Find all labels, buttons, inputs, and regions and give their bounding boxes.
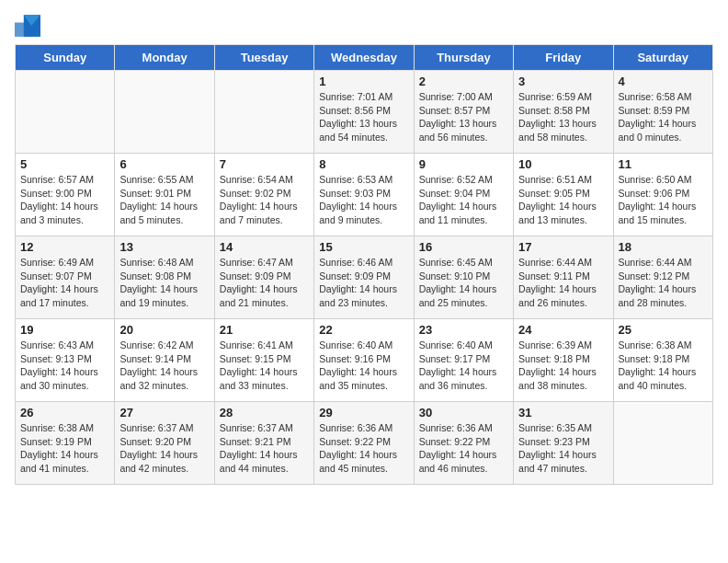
day-info: Sunrise: 6:38 AM Sunset: 9:18 PM Dayligh… [619,339,708,393]
day-number: 11 [619,157,708,171]
day-number: 22 [319,323,408,337]
calendar-cell: 13Sunrise: 6:48 AM Sunset: 9:08 PM Dayli… [115,236,214,319]
day-number: 16 [419,240,508,254]
day-number: 2 [419,75,508,88]
weekday-header-friday: Friday [514,45,613,71]
calendar-cell: 3Sunrise: 6:59 AM Sunset: 8:58 PM Daylig… [514,71,613,154]
day-info: Sunrise: 6:42 AM Sunset: 9:14 PM Dayligh… [119,339,209,393]
day-info: Sunrise: 6:39 AM Sunset: 9:18 PM Dayligh… [518,339,608,393]
day-number: 27 [119,406,209,419]
day-number: 14 [220,240,309,254]
calendar-cell: 20Sunrise: 6:42 AM Sunset: 9:14 PM Dayli… [115,319,214,402]
calendar-cell: 24Sunrise: 6:39 AM Sunset: 9:18 PM Dayli… [514,319,613,402]
day-info: Sunrise: 6:58 AM Sunset: 8:59 PM Dayligh… [619,90,708,144]
day-info: Sunrise: 6:44 AM Sunset: 9:11 PM Dayligh… [518,256,608,310]
weekday-header-tuesday: Tuesday [214,45,313,71]
calendar-cell: 9Sunrise: 6:52 AM Sunset: 9:04 PM Daylig… [414,154,513,236]
calendar-week-row: 26Sunrise: 6:38 AM Sunset: 9:19 PM Dayli… [16,402,713,485]
day-number: 7 [220,157,309,171]
day-info: Sunrise: 7:01 AM Sunset: 8:56 PM Dayligh… [319,90,408,144]
day-number: 20 [119,323,209,337]
calendar-cell: 8Sunrise: 6:53 AM Sunset: 9:03 PM Daylig… [314,154,414,236]
day-number: 17 [518,240,608,254]
weekday-header-row: SundayMondayTuesdayWednesdayThursdayFrid… [16,45,713,71]
day-number: 21 [220,323,309,337]
day-info: Sunrise: 6:46 AM Sunset: 9:09 PM Dayligh… [319,256,408,310]
calendar-cell: 14Sunrise: 6:47 AM Sunset: 9:09 PM Dayli… [214,236,313,319]
calendar-cell: 2Sunrise: 7:00 AM Sunset: 8:57 PM Daylig… [414,71,513,154]
day-number: 31 [518,406,608,419]
calendar-week-row: 1Sunrise: 7:01 AM Sunset: 8:56 PM Daylig… [16,71,713,154]
day-number: 5 [20,157,109,171]
day-info: Sunrise: 6:35 AM Sunset: 9:23 PM Dayligh… [518,421,608,476]
day-number: 1 [319,75,408,88]
day-info: Sunrise: 6:41 AM Sunset: 9:15 PM Dayligh… [220,339,309,393]
calendar-cell: 23Sunrise: 6:40 AM Sunset: 9:17 PM Dayli… [414,319,513,402]
day-number: 10 [518,157,608,171]
day-number: 8 [319,157,408,171]
day-info: Sunrise: 6:44 AM Sunset: 9:12 PM Dayligh… [619,256,708,310]
calendar-cell: 16Sunrise: 6:45 AM Sunset: 9:10 PM Dayli… [414,236,513,319]
calendar-cell: 27Sunrise: 6:37 AM Sunset: 9:20 PM Dayli… [115,402,214,485]
calendar-cell: 17Sunrise: 6:44 AM Sunset: 9:11 PM Dayli… [514,236,613,319]
day-number: 25 [619,323,708,337]
day-number: 26 [20,406,109,419]
day-info: Sunrise: 6:55 AM Sunset: 9:01 PM Dayligh… [119,173,209,227]
calendar-week-row: 12Sunrise: 6:49 AM Sunset: 9:07 PM Dayli… [16,236,713,319]
weekday-header-monday: Monday [115,45,214,71]
calendar-cell: 30Sunrise: 6:36 AM Sunset: 9:22 PM Dayli… [414,402,513,485]
day-info: Sunrise: 6:49 AM Sunset: 9:07 PM Dayligh… [20,256,109,310]
day-number: 19 [20,323,109,337]
page-header [15,15,713,37]
calendar-cell [16,71,115,154]
day-info: Sunrise: 7:00 AM Sunset: 8:57 PM Dayligh… [419,90,508,144]
day-info: Sunrise: 6:53 AM Sunset: 9:03 PM Dayligh… [319,173,408,227]
calendar-week-row: 19Sunrise: 6:43 AM Sunset: 9:13 PM Dayli… [16,319,713,402]
day-info: Sunrise: 6:37 AM Sunset: 9:20 PM Dayligh… [119,421,209,476]
day-info: Sunrise: 6:50 AM Sunset: 9:06 PM Dayligh… [619,173,708,227]
calendar-cell: 10Sunrise: 6:51 AM Sunset: 9:05 PM Dayli… [514,154,613,236]
day-info: Sunrise: 6:52 AM Sunset: 9:04 PM Dayligh… [419,173,508,227]
calendar-week-row: 5Sunrise: 6:57 AM Sunset: 9:00 PM Daylig… [16,154,713,236]
day-info: Sunrise: 6:43 AM Sunset: 9:13 PM Dayligh… [20,339,109,393]
calendar-cell: 4Sunrise: 6:58 AM Sunset: 8:59 PM Daylig… [613,71,712,154]
calendar-table: SundayMondayTuesdayWednesdayThursdayFrid… [15,44,713,485]
day-info: Sunrise: 6:54 AM Sunset: 9:02 PM Dayligh… [220,173,309,227]
day-info: Sunrise: 6:59 AM Sunset: 8:58 PM Dayligh… [518,90,608,144]
calendar-cell: 11Sunrise: 6:50 AM Sunset: 9:06 PM Dayli… [613,154,712,236]
day-number: 9 [419,157,508,171]
calendar-cell [613,402,712,485]
calendar-cell [214,71,313,154]
day-info: Sunrise: 6:37 AM Sunset: 9:21 PM Dayligh… [220,421,309,476]
day-number: 3 [518,75,608,88]
svg-marker-1 [15,23,33,37]
calendar-cell: 18Sunrise: 6:44 AM Sunset: 9:12 PM Dayli… [613,236,712,319]
day-info: Sunrise: 6:45 AM Sunset: 9:10 PM Dayligh… [419,256,508,310]
day-info: Sunrise: 6:48 AM Sunset: 9:08 PM Dayligh… [119,256,209,310]
calendar-cell: 19Sunrise: 6:43 AM Sunset: 9:13 PM Dayli… [16,319,115,402]
calendar-cell: 12Sunrise: 6:49 AM Sunset: 9:07 PM Dayli… [16,236,115,319]
calendar-header: SundayMondayTuesdayWednesdayThursdayFrid… [16,45,713,71]
day-number: 4 [619,75,708,88]
weekday-header-wednesday: Wednesday [314,45,414,71]
weekday-header-thursday: Thursday [414,45,513,71]
calendar-cell: 26Sunrise: 6:38 AM Sunset: 9:19 PM Dayli… [16,402,115,485]
day-info: Sunrise: 6:36 AM Sunset: 9:22 PM Dayligh… [419,421,508,476]
logo [15,15,44,37]
day-number: 13 [119,240,209,254]
calendar-cell: 7Sunrise: 6:54 AM Sunset: 9:02 PM Daylig… [214,154,313,236]
weekday-header-sunday: Sunday [16,45,115,71]
calendar-cell [115,71,214,154]
day-number: 30 [419,406,508,419]
calendar-cell: 25Sunrise: 6:38 AM Sunset: 9:18 PM Dayli… [613,319,712,402]
day-info: Sunrise: 6:36 AM Sunset: 9:22 PM Dayligh… [319,421,408,476]
day-number: 6 [119,157,209,171]
day-number: 18 [619,240,708,254]
day-info: Sunrise: 6:40 AM Sunset: 9:17 PM Dayligh… [419,339,508,393]
calendar-cell: 28Sunrise: 6:37 AM Sunset: 9:21 PM Dayli… [214,402,313,485]
day-info: Sunrise: 6:40 AM Sunset: 9:16 PM Dayligh… [319,339,408,393]
day-number: 15 [319,240,408,254]
calendar-cell: 22Sunrise: 6:40 AM Sunset: 9:16 PM Dayli… [314,319,414,402]
calendar-cell: 5Sunrise: 6:57 AM Sunset: 9:00 PM Daylig… [16,154,115,236]
calendar-cell: 15Sunrise: 6:46 AM Sunset: 9:09 PM Dayli… [314,236,414,319]
